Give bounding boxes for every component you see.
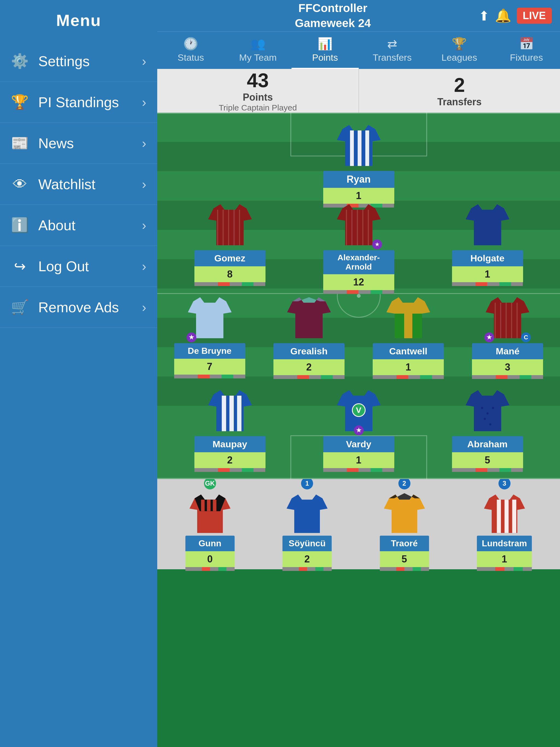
player-holgate[interactable]: Holgate 1 bbox=[452, 200, 523, 294]
player-de-bruyne[interactable]: ★ De Bruyne 7 bbox=[174, 293, 245, 379]
tab-my-team[interactable]: 👥 My Team bbox=[225, 32, 292, 69]
abraham-name: Abraham bbox=[452, 436, 523, 452]
mane-name: Mané bbox=[472, 343, 543, 359]
pi-standings-arrow: › bbox=[142, 95, 146, 110]
svg-point-38 bbox=[484, 418, 486, 420]
player-ryan[interactable]: Ryan 1 bbox=[323, 121, 394, 208]
sidebar-item-pi-standings[interactable]: 🏆 PI Standings › bbox=[0, 82, 157, 123]
tab-points[interactable]: 📊 Points bbox=[291, 32, 359, 69]
app-title: FFController Gameweek 24 bbox=[187, 1, 479, 31]
tab-transfers-label: Transfers bbox=[373, 52, 411, 63]
holgate-name: Holgate bbox=[452, 250, 523, 266]
gunn-score: 0 bbox=[185, 551, 235, 567]
svg-rect-1 bbox=[350, 130, 354, 166]
cantwell-name: Cantwell bbox=[373, 343, 444, 359]
watchlist-label: Watchlist bbox=[38, 176, 142, 192]
svg-marker-46 bbox=[384, 495, 425, 533]
stats-bar: 43 Points Triple Captain Played 2 Transf… bbox=[157, 69, 560, 113]
svg-rect-43 bbox=[207, 499, 210, 511]
tab-leagues[interactable]: 🏆 Leagues bbox=[426, 32, 493, 69]
sidebar-item-remove-ads[interactable]: 🛒 Remove Ads › bbox=[0, 287, 157, 328]
gunn-name: Gunn bbox=[185, 536, 235, 551]
player-cantwell[interactable]: Cantwell 1 bbox=[373, 293, 444, 379]
grealish-name: Grealish bbox=[274, 343, 345, 359]
tab-transfers[interactable]: ⇄ Transfers bbox=[359, 32, 426, 69]
de-bruyne-name: De Bruyne bbox=[174, 343, 245, 359]
svg-rect-49 bbox=[497, 499, 501, 533]
transfers-icon: ⇄ bbox=[387, 37, 397, 51]
sidebar-item-watchlist[interactable]: 👁 Watchlist › bbox=[0, 164, 157, 205]
about-icon: ℹ️ bbox=[11, 216, 29, 234]
sidebar-title: Menu bbox=[56, 11, 101, 29]
svg-rect-51 bbox=[512, 499, 516, 533]
alexander-arnold-shirt: ★ bbox=[337, 200, 381, 248]
sidebar-item-settings[interactable]: ⚙️ Settings › bbox=[0, 41, 157, 82]
points-sublabel: Triple Captain Played bbox=[219, 103, 297, 112]
my-team-icon: 👥 bbox=[251, 36, 265, 51]
vardy-star-badge: ★ bbox=[354, 426, 364, 435]
tab-points-label: Points bbox=[312, 52, 338, 63]
gomez-shirt bbox=[208, 200, 252, 248]
grealish-score: 2 bbox=[274, 359, 345, 375]
pitch: Ryan 1 bbox=[157, 113, 560, 479]
bell-icon[interactable]: 🔔 bbox=[495, 8, 511, 24]
stats-transfers: 2 Transfers bbox=[359, 69, 560, 113]
lundstram-name: Lundstram bbox=[477, 536, 532, 551]
lundstram-score: 1 bbox=[477, 551, 532, 567]
cantwell-score: 1 bbox=[373, 359, 444, 375]
watchlist-icon: 👁 bbox=[11, 175, 29, 193]
vardy-v-badge: V bbox=[352, 403, 365, 417]
gomez-name: Gomez bbox=[195, 250, 265, 266]
settings-arrow: › bbox=[142, 54, 146, 69]
sidebar-item-about[interactable]: ℹ️ About › bbox=[0, 205, 157, 246]
gomez-score: 8 bbox=[195, 266, 265, 282]
tab-leagues-label: Leagues bbox=[441, 52, 477, 63]
abraham-score: 5 bbox=[452, 452, 523, 468]
svg-marker-22 bbox=[412, 314, 422, 338]
player-maupay[interactable]: Maupay 2 bbox=[195, 386, 265, 472]
bench-player-gunn[interactable]: GK Gunn 0 bbox=[185, 478, 235, 571]
player-abraham[interactable]: Abraham 5 bbox=[452, 386, 523, 472]
bench-player-soyuncu[interactable]: 1 Söyüncü 2 bbox=[282, 478, 332, 571]
about-arrow: › bbox=[142, 217, 146, 233]
gunn-gk-badge: GK bbox=[204, 478, 216, 489]
svg-rect-2 bbox=[358, 130, 361, 166]
player-gomez[interactable]: Gomez 8 bbox=[195, 200, 265, 294]
remove-ads-arrow: › bbox=[142, 300, 146, 315]
svg-marker-21 bbox=[394, 314, 404, 338]
svg-rect-32 bbox=[237, 396, 241, 431]
holgate-shirt bbox=[466, 200, 509, 248]
tab-fixtures[interactable]: 📅 Fixtures bbox=[493, 32, 560, 69]
svg-marker-34 bbox=[466, 390, 509, 431]
bench-player-lundstram[interactable]: 3 Lundstram 1 bbox=[477, 478, 532, 571]
leagues-icon: 🏆 bbox=[452, 36, 467, 51]
svg-marker-17 bbox=[188, 297, 232, 338]
player-vardy[interactable]: ★ V Vardy 1 bbox=[323, 386, 394, 472]
sidebar-item-logout[interactable]: ↪ Log Out › bbox=[0, 246, 157, 287]
tab-status[interactable]: 🕐 Status bbox=[157, 32, 225, 69]
mane-shirt: C ★ bbox=[486, 293, 529, 341]
app-title-line1: FFController bbox=[187, 1, 479, 16]
pi-standings-icon: 🏆 bbox=[11, 93, 29, 111]
svg-marker-45 bbox=[286, 495, 328, 533]
transfers-label: Transfers bbox=[437, 96, 482, 108]
sidebar-item-news[interactable]: 📰 News › bbox=[0, 123, 157, 164]
ryan-shirt bbox=[337, 121, 381, 169]
svg-point-37 bbox=[492, 407, 494, 409]
maupay-name: Maupay bbox=[195, 436, 265, 452]
upload-icon[interactable]: ⬆ bbox=[479, 8, 489, 24]
mane-score: 3 bbox=[472, 359, 543, 375]
points-icon: 📊 bbox=[317, 36, 332, 51]
sidebar-header: Menu bbox=[0, 0, 157, 41]
svg-point-36 bbox=[486, 412, 489, 414]
player-grealish[interactable]: Grealish 2 bbox=[274, 293, 345, 379]
live-badge: LIVE bbox=[517, 8, 552, 24]
de-bruyne-shirt: ★ bbox=[188, 293, 232, 341]
bench-player-traore[interactable]: 2 Traoré 5 bbox=[380, 478, 429, 571]
news-arrow: › bbox=[142, 136, 146, 151]
traore-num-badge: 2 bbox=[399, 478, 410, 489]
player-mane[interactable]: C ★ Mané 3 bbox=[472, 293, 543, 379]
player-alexander-arnold[interactable]: ★ Alexander-Arnold 12 bbox=[323, 200, 394, 294]
tab-my-team-label: My Team bbox=[239, 52, 277, 63]
tab-status-label: Status bbox=[178, 52, 204, 63]
